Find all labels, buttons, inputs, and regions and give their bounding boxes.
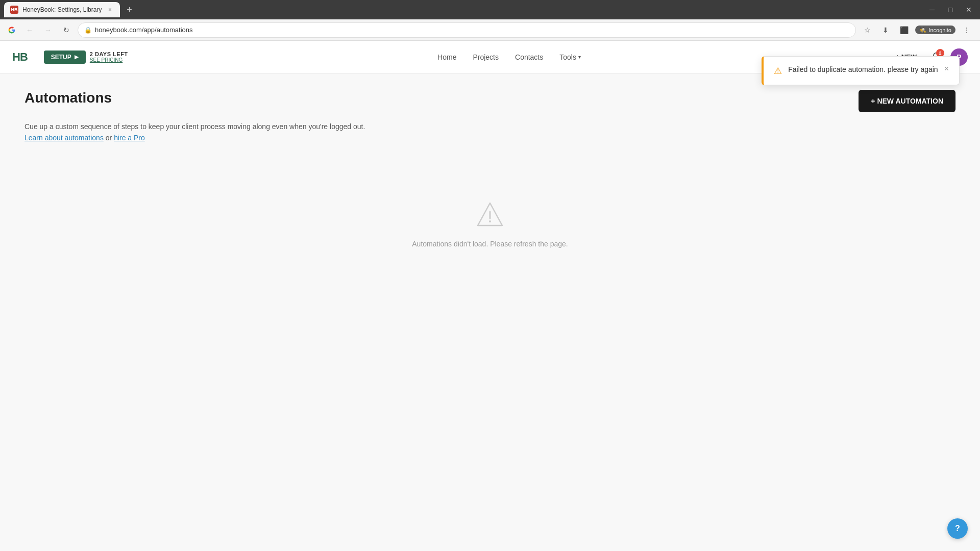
logo-area: HB bbox=[12, 51, 28, 64]
forward-button[interactable]: → bbox=[41, 23, 55, 37]
toast-message: Failed to duplicate automation. please t… bbox=[788, 65, 938, 75]
browser-controls: ← → ↻ 🔒 honeybook.com/app/automations ☆ … bbox=[0, 19, 980, 41]
close-window-button[interactable]: ✕ bbox=[962, 3, 976, 17]
browser-actions: ☆ ⬇ ⬛ 🕵 Incognito ⋮ bbox=[860, 23, 974, 37]
toast-notification: ⚠ Failed to duplicate automation. please… bbox=[762, 56, 960, 85]
or-text: or bbox=[106, 134, 114, 142]
minimize-button[interactable]: ─ bbox=[925, 3, 939, 17]
tab-favicon: HB bbox=[10, 6, 18, 14]
empty-state: Automations didn't load. Please refresh … bbox=[24, 158, 955, 289]
refresh-button[interactable]: ↻ bbox=[59, 23, 74, 37]
back-button[interactable]: ← bbox=[22, 23, 37, 37]
trial-info: 2 DAYS LEFT SEE PRICING bbox=[90, 51, 128, 63]
hire-pro-link[interactable]: hire a Pro bbox=[114, 134, 145, 142]
browser-titlebar: HB HoneyBook: Settings, Library × + ─ □ … bbox=[0, 0, 980, 19]
tools-label: Tools bbox=[559, 53, 576, 61]
maximize-button[interactable]: □ bbox=[943, 3, 958, 17]
nav-projects[interactable]: Projects bbox=[473, 53, 499, 61]
setup-arrow-icon: ▶ bbox=[75, 54, 79, 60]
svg-point-1 bbox=[489, 220, 491, 222]
page-title: Automations bbox=[24, 90, 955, 106]
lock-icon: 🔒 bbox=[84, 27, 92, 34]
setup-button[interactable]: SETUP ▶ bbox=[44, 51, 86, 64]
google-favicon bbox=[6, 24, 17, 36]
app-container: HB SETUP ▶ 2 DAYS LEFT SEE PRICING Home … bbox=[0, 41, 980, 551]
extension-button[interactable]: ⬛ bbox=[897, 23, 911, 37]
tab-close-button[interactable]: × bbox=[106, 6, 114, 14]
browser-chrome: HB HoneyBook: Settings, Library × + ─ □ … bbox=[0, 0, 980, 41]
empty-state-text: Automations didn't load. Please refresh … bbox=[412, 240, 568, 248]
nav-tools-dropdown[interactable]: Tools ▾ bbox=[559, 53, 581, 61]
nav-home[interactable]: Home bbox=[437, 53, 456, 61]
new-automation-button[interactable]: + NEW AUTOMATION bbox=[859, 90, 955, 112]
toast-close-button[interactable]: × bbox=[944, 65, 949, 73]
url-text: honeybook.com/app/automations bbox=[95, 26, 193, 34]
menu-button[interactable]: ⋮ bbox=[960, 23, 974, 37]
trial-days-text: 2 DAYS LEFT bbox=[90, 51, 128, 57]
warning-large-icon bbox=[475, 199, 505, 230]
browser-tab[interactable]: HB HoneyBook: Settings, Library × bbox=[4, 2, 120, 17]
page-links: Learn about automations or hire a Pro bbox=[24, 134, 955, 142]
incognito-badge: 🕵 Incognito bbox=[915, 26, 955, 34]
chevron-down-icon: ▾ bbox=[578, 54, 581, 60]
download-button[interactable]: ⬇ bbox=[878, 23, 893, 37]
learn-automations-link[interactable]: Learn about automations bbox=[24, 134, 104, 142]
page-description: Cue up a custom sequence of steps to kee… bbox=[24, 122, 955, 131]
page-content: Automations Cue up a custom sequence of … bbox=[0, 73, 980, 551]
nav-contacts[interactable]: Contacts bbox=[515, 53, 543, 61]
help-button[interactable]: ? bbox=[947, 518, 968, 539]
toast-warning-icon: ⚠ bbox=[774, 65, 782, 77]
address-bar[interactable]: 🔒 honeybook.com/app/automations bbox=[78, 22, 856, 38]
new-automation-btn-label: + NEW AUTOMATION bbox=[871, 97, 943, 105]
see-pricing-link[interactable]: SEE PRICING bbox=[90, 57, 128, 63]
bookmark-button[interactable]: ☆ bbox=[860, 23, 874, 37]
logo-mark: HB bbox=[12, 51, 28, 64]
tab-title: HoneyBook: Settings, Library bbox=[22, 6, 102, 13]
new-tab-button[interactable]: + bbox=[122, 3, 136, 17]
